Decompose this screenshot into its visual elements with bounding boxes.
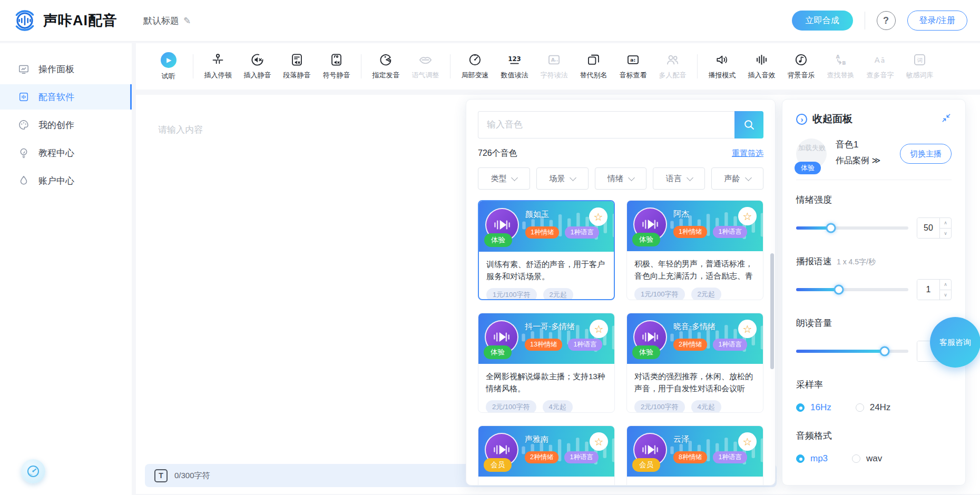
emotion-strength-slider[interactable] — [796, 226, 908, 230]
document-title-text: 默认标题 — [143, 15, 179, 27]
toolbar-character-reading[interactable]: 字符读法 — [534, 53, 574, 80]
filter-language-dropdown[interactable]: 语言 — [653, 167, 705, 190]
pause-pin-icon — [211, 53, 225, 67]
increment-button[interactable]: ∧ — [940, 218, 951, 229]
sample-works-link[interactable]: 作品案例 ≫ — [836, 155, 900, 166]
voice-name: 晓音-多情绪 — [673, 322, 716, 332]
toolbar-label: 替代别名 — [580, 71, 607, 80]
voice-card[interactable]: 抖一哥-多情绪 13种情绪 1种语言 体验 ☆ 全网影视解说爆款主播；支持13种… — [478, 313, 615, 413]
favorite-button[interactable]: ☆ — [738, 320, 757, 338]
toolbar-divider — [361, 54, 361, 78]
search-button[interactable] — [734, 111, 763, 138]
edit-pencil-icon[interactable]: ✎ — [183, 15, 191, 26]
volume-label: 朗读音量 — [796, 317, 832, 329]
quick-tour-button[interactable] — [21, 459, 45, 483]
toolbar-insert-sfx[interactable]: 插入音效 — [742, 53, 781, 80]
decrement-button[interactable]: ∨ — [940, 229, 951, 239]
volume-slider[interactable] — [796, 350, 908, 353]
favorite-button[interactable]: ☆ — [589, 207, 607, 226]
toolbar-number-reading[interactable]: 数值读法 — [495, 53, 534, 80]
audio-format-wav-radio[interactable]: wav — [852, 453, 882, 464]
price-min-tag: 4元起 — [691, 400, 721, 413]
favorite-button[interactable]: ☆ — [738, 432, 757, 451]
decrement-button[interactable]: ∨ — [940, 290, 951, 300]
toolbar-background-music[interactable]: 背景音乐 — [781, 53, 821, 80]
audio-format-mp3-radio[interactable]: mp3 — [796, 453, 828, 464]
switch-voice-button[interactable]: 切换主播 — [900, 144, 952, 164]
toolbar-phonetic-view[interactable]: 音标查看 — [613, 53, 653, 80]
voice-card[interactable]: 晓音-多情绪 2种情绪 1种语言 体验 ☆ 对话类的强烈推荐，休闲、放松的声音，… — [626, 313, 763, 413]
filter-voice-age-dropdown[interactable]: 声龄 — [711, 167, 763, 190]
main-content: ▶ 试听 插入停顿 插入静音 段落静音 符号静音 指定发音 语气调整 — [136, 43, 980, 495]
favorite-button[interactable]: ☆ — [738, 207, 757, 225]
star-icon: ☆ — [743, 211, 752, 222]
sidebar-item-creations[interactable]: 我的创作 — [0, 112, 132, 137]
toolbar-local-speed[interactable]: 局部变速 — [455, 53, 495, 80]
compress-panel-button[interactable] — [941, 113, 952, 125]
voice-name: 声雅南 — [525, 434, 548, 444]
filter-label: 语言 — [666, 174, 682, 184]
toolbar-symbol-silence[interactable]: 符号静音 — [317, 53, 356, 80]
toolbar-broadcast-mode[interactable]: 播报模式 — [702, 53, 742, 80]
speech-rate-input: ∧ ∨ — [917, 279, 952, 300]
toolbar-paragraph-silence[interactable]: 段落静音 — [277, 53, 317, 80]
play-icon — [491, 326, 513, 348]
panel-scrollbar-thumb[interactable] — [770, 253, 774, 369]
voice-card[interactable]: 云泽 8种情绪 1种语言 会员 ☆ — [626, 425, 763, 486]
sidebar-item-dashboard[interactable]: 操作面板 — [0, 56, 132, 82]
synthesize-button[interactable]: 立即合成 — [792, 11, 853, 31]
toolbar-insert-pause[interactable]: 插入停顿 — [198, 53, 238, 80]
sample-rate-24hz-radio[interactable]: 24Hz — [856, 402, 891, 413]
toolbar-tone-adjust[interactable]: 语气调整 — [406, 53, 445, 80]
app-logo: 声咔AI配音 — [0, 7, 132, 34]
collapse-panel-toggle[interactable]: › 收起面板 — [796, 112, 852, 126]
toolbar-label: 播报模式 — [709, 71, 736, 80]
voice-card[interactable]: 阿杰 1种情绪 1种语言 体验 ☆ 积极、年轻的男声，普通话标准，音色向上充满活… — [626, 200, 763, 300]
increment-button[interactable]: ∧ — [940, 280, 951, 290]
login-register-button[interactable]: 登录/注册 — [907, 11, 967, 31]
toolbar-find-replace[interactable]: 查找替换 — [821, 53, 860, 80]
slider-thumb[interactable] — [834, 285, 844, 295]
toolbar-multi-voice[interactable]: 多人配音 — [653, 53, 692, 80]
emotion-strength-value[interactable] — [917, 218, 939, 238]
customer-support-button[interactable]: 客服咨询 — [930, 317, 980, 368]
star-icon: ☆ — [594, 324, 604, 334]
speech-rate-slider[interactable] — [796, 288, 908, 291]
filter-emotion-dropdown[interactable]: 情绪 — [595, 167, 647, 190]
toolbar-alias-substitute[interactable]: 替代别名 — [574, 53, 613, 80]
toolbar-label: 段落静音 — [283, 71, 311, 80]
toolbar-insert-silence[interactable]: 插入静音 — [238, 53, 277, 80]
voice-card[interactable]: 声雅南 2种情绪 1种语言 会员 ☆ — [478, 425, 615, 486]
favorite-button[interactable]: ☆ — [590, 320, 608, 338]
toolbar-preview[interactable]: ▶ 试听 — [149, 52, 188, 81]
toolbar-label: 查找替换 — [827, 71, 855, 80]
filter-scene-dropdown[interactable]: 场景 — [536, 167, 589, 190]
sidebar-item-dubbing[interactable]: 配音软件 — [0, 84, 132, 110]
dubbing-panel-icon — [18, 91, 30, 103]
toolbar-polyphone-check[interactable]: 查多音字 — [860, 53, 900, 80]
music-note-icon — [794, 53, 808, 67]
help-button[interactable]: ? — [877, 11, 896, 30]
toolbar-assign-pronunciation[interactable]: 指定发音 — [366, 53, 406, 80]
speech-rate-value[interactable] — [917, 280, 939, 300]
sidebar-item-tutorials[interactable]: 教程中心 — [0, 140, 132, 165]
text-format-icon[interactable]: T — [154, 469, 168, 482]
emotion-strength-label: 情绪强度 — [796, 194, 832, 206]
voice-card-grid: 颜如玉 1种情绪 1种语言 体验 ☆ 训练有素、舒适的声音，用于客户服务和对话场… — [478, 200, 763, 486]
sidebar-item-account[interactable]: 账户中心 — [0, 168, 132, 193]
slider-thumb[interactable] — [826, 223, 836, 233]
voice-search-input[interactable] — [478, 111, 734, 138]
toolbar-sensitive-words[interactable]: 敏感词库 — [900, 53, 939, 80]
speaker-icon — [715, 53, 729, 67]
slider-thumb[interactable] — [880, 346, 890, 357]
voice-description: 全网影视解说爆款主播；支持13种情绪风格。 — [486, 370, 607, 395]
toolbar-divider — [697, 54, 698, 78]
voice-card[interactable]: 颜如玉 1种情绪 1种语言 体验 ☆ 训练有素、舒适的声音，用于客户服务和对话场… — [478, 200, 615, 300]
reset-filters-link[interactable]: 重置筛选 — [732, 148, 763, 159]
favorite-button[interactable]: ☆ — [590, 432, 608, 451]
sample-rate-16hz-radio[interactable]: 16Hz — [796, 402, 831, 413]
emotion-strength-section: 情绪强度 ∧ ∨ — [796, 194, 952, 239]
current-voice-row: 加载失败 体验 音色1 作品案例 ≫ 切换主播 — [796, 138, 952, 169]
filter-type-dropdown[interactable]: 类型 — [478, 167, 530, 190]
voice-card-header: 抖一哥-多情绪 13种情绪 1种语言 体验 ☆ — [478, 313, 614, 364]
